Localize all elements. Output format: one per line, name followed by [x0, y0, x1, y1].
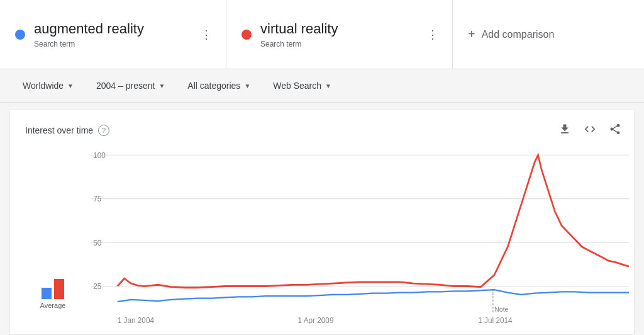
augmented-reality-line	[118, 290, 629, 302]
filter-category[interactable]: All categories ▼	[180, 77, 258, 94]
filter-search-type[interactable]: Web Search ▼	[265, 77, 339, 94]
add-comparison-icon: +	[468, 27, 475, 42]
filter-geo-chevron: ▼	[67, 82, 74, 89]
search-terms-bar: augmented reality Search term ⋮ virtual …	[0, 0, 644, 69]
filter-time-chevron: ▼	[158, 82, 165, 89]
term2-color-dot	[242, 30, 252, 40]
term1-label: augmented reality	[34, 21, 144, 37]
chart-container: Average 100 75 50 25 Note	[10, 148, 634, 324]
term2-text: virtual reality Search term	[260, 21, 338, 48]
embed-button[interactable]	[581, 120, 599, 140]
term2-label: virtual reality	[260, 21, 338, 37]
filter-search-type-label: Web Search	[273, 81, 321, 91]
average-label: Average	[40, 302, 66, 309]
chart-title-area: Interest over time ?	[25, 125, 109, 136]
x-label-2004: 1 Jan 2004	[118, 316, 154, 324]
virtual-reality-line	[118, 155, 629, 288]
filter-geo-label: Worldwide	[23, 81, 64, 91]
term2-type: Search term	[260, 40, 338, 48]
term1-more-options[interactable]: ⋮	[197, 24, 216, 45]
term1-type: Search term	[34, 40, 144, 48]
x-label-2014: 1 Jul 2014	[478, 316, 513, 324]
chart-title: Interest over time	[25, 125, 93, 135]
filter-category-label: All categories	[187, 81, 240, 91]
filter-geo[interactable]: Worldwide ▼	[15, 77, 81, 94]
term1-color-dot	[15, 30, 25, 40]
add-comparison-label: Add comparison	[482, 29, 555, 40]
chart-actions	[556, 120, 624, 140]
avg-bar-augmented	[42, 288, 52, 299]
y-label-100: 100	[93, 150, 106, 159]
x-label-2009: 1 Apr 2009	[298, 316, 334, 324]
search-term-card-2: virtual reality Search term ⋮	[226, 0, 453, 69]
y-label-25: 25	[93, 282, 101, 291]
chart-main: 100 75 50 25 Note 1 Jan 2004 1 Apr 2009 …	[91, 148, 629, 324]
search-term-card-1: augmented reality Search term ⋮	[0, 0, 226, 69]
trend-chart-svg: 100 75 50 25 Note 1 Jan 2004 1 Apr 2009 …	[91, 148, 629, 324]
add-comparison-button[interactable]: + Add comparison	[453, 0, 644, 69]
filter-bar: Worldwide ▼ 2004 – present ▼ All categor…	[0, 69, 644, 103]
filter-category-chevron: ▼	[244, 82, 250, 89]
note-text: Note	[494, 305, 509, 313]
avg-bar-virtual	[54, 279, 64, 299]
average-bars	[42, 274, 64, 299]
chart-left-panel: Average	[15, 148, 91, 324]
filter-time[interactable]: 2004 – present ▼	[89, 77, 172, 94]
help-icon[interactable]: ?	[98, 125, 109, 136]
share-button[interactable]	[606, 120, 624, 140]
download-button[interactable]	[556, 120, 574, 140]
filter-search-type-chevron: ▼	[325, 82, 331, 89]
filter-time-label: 2004 – present	[96, 81, 155, 91]
term1-text: augmented reality Search term	[34, 21, 144, 48]
y-label-75: 75	[93, 195, 101, 203]
chart-header: Interest over time ?	[10, 120, 634, 148]
term2-more-options[interactable]: ⋮	[423, 24, 442, 45]
y-label-50: 50	[93, 238, 101, 247]
chart-section: Interest over time ? Average	[10, 110, 634, 334]
